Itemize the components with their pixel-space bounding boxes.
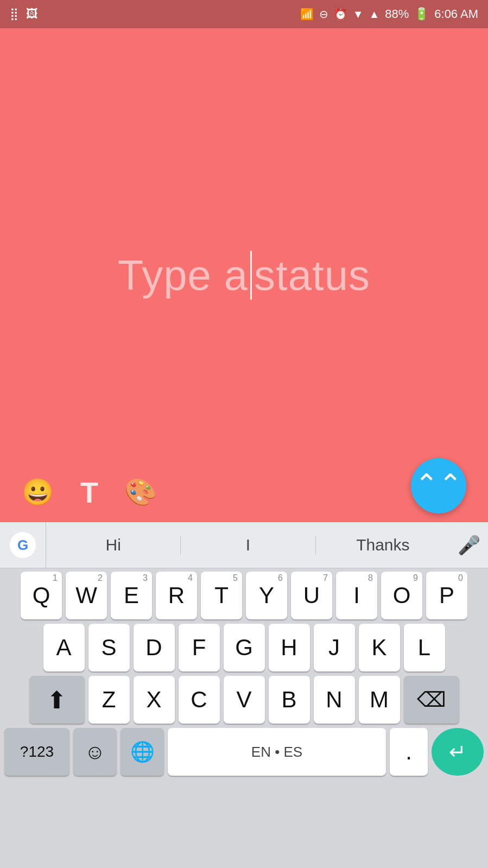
numbers-key[interactable]: ?123 — [4, 728, 69, 776]
key-r[interactable]: 4R — [156, 572, 197, 619]
keyboard-bottom-row: ?123 ☺ 🌐 EN • ES . ↵ — [0, 728, 488, 776]
globe-key[interactable]: 🌐 — [121, 728, 164, 776]
emoji-key[interactable]: ☺ — [73, 728, 117, 776]
space-key[interactable]: EN • ES — [168, 728, 386, 776]
key-u[interactable]: 7U — [291, 572, 332, 619]
minus-circle-icon: ⊖ — [319, 8, 328, 21]
key-h[interactable]: H — [269, 624, 310, 671]
numbers-label: ?123 — [20, 743, 54, 761]
key-row-2: A S D F G H J K L — [3, 624, 485, 671]
emoji-key-icon: ☺ — [85, 740, 106, 764]
key-g[interactable]: G — [224, 624, 265, 671]
status-left-icons: ⣿ 🖼 — [10, 7, 38, 21]
bluetooth-icon: 📶 — [300, 8, 314, 21]
grid-icon: ⣿ — [10, 7, 18, 21]
text-cursor — [250, 251, 252, 300]
shift-icon: ⬆ — [47, 686, 67, 714]
suggestion-i[interactable]: I — [181, 536, 315, 554]
suggestion-hi[interactable]: Hi — [46, 536, 181, 554]
key-y[interactable]: 6Y — [246, 572, 287, 619]
key-d[interactable]: D — [134, 624, 175, 671]
enter-key[interactable]: ↵ — [432, 728, 484, 776]
key-m[interactable]: M — [359, 676, 400, 724]
key-v[interactable]: V — [224, 676, 265, 724]
key-s[interactable]: S — [88, 624, 130, 671]
key-o[interactable]: 9O — [381, 572, 422, 619]
key-t[interactable]: 5T — [201, 572, 242, 619]
text-style-icon[interactable]: T — [80, 476, 98, 509]
key-n[interactable]: N — [314, 676, 355, 724]
google-logo: G — [10, 532, 36, 558]
keyboard-rows: 1Q 2W 3E 4R 5T 6Y 7U 8I 9O 0P A S D F G … — [0, 568, 488, 724]
key-b[interactable]: B — [269, 676, 310, 724]
key-f[interactable]: F — [179, 624, 220, 671]
palette-icon[interactable]: 🎨 — [124, 477, 157, 508]
placeholder-text: Type astatus — [118, 251, 370, 300]
shift-key[interactable]: ⬆ — [29, 676, 85, 724]
wifi-icon: ▼ — [353, 8, 364, 21]
time-display: 6:06 AM — [434, 7, 478, 21]
signal-icon: ▲ — [369, 8, 379, 21]
globe-icon: 🌐 — [130, 740, 155, 763]
key-row-1: 1Q 2W 3E 4R 5T 6Y 7U 8I 9O 0P — [3, 572, 485, 619]
microphone-icon[interactable]: 🎤 — [450, 522, 488, 568]
key-w[interactable]: 2W — [66, 572, 107, 619]
chevron-up-icon: ⌃⌃ — [415, 468, 462, 500]
key-x[interactable]: X — [134, 676, 175, 724]
key-z[interactable]: Z — [88, 676, 130, 724]
toolbar-icon-group: 😀 T 🎨 — [22, 476, 157, 509]
status-right-icons: 📶 ⊖ ⏰ ▼ ▲ 88% 🔋 6:06 AM — [300, 7, 478, 21]
key-k[interactable]: K — [359, 624, 400, 671]
status-input-wrapper[interactable]: Type astatus — [0, 251, 488, 300]
backspace-icon: ⌫ — [417, 688, 446, 712]
main-input-area[interactable]: Type astatus 😀 T 🎨 ⌃⌃ — [0, 28, 488, 522]
alarm-icon: ⏰ — [334, 8, 347, 21]
status-bar: ⣿ 🖼 📶 ⊖ ⏰ ▼ ▲ 88% 🔋 6:06 AM — [0, 0, 488, 28]
image-icon: 🖼 — [26, 7, 38, 21]
key-l[interactable]: L — [404, 624, 445, 671]
key-i[interactable]: 8I — [336, 572, 377, 619]
battery-icon: 🔋 — [414, 7, 429, 21]
key-p[interactable]: 0P — [426, 572, 467, 619]
key-j[interactable]: J — [314, 624, 355, 671]
keyboard-area: G Hi I Thanks 🎤 1Q 2W 3E 4R 5T 6Y 7U 8I … — [0, 522, 488, 868]
period-key[interactable]: . — [390, 728, 428, 776]
bottom-toolbar: 😀 T 🎨 ⌃⌃ — [0, 462, 488, 522]
google-logo-button[interactable]: G — [0, 522, 46, 568]
enter-icon: ↵ — [449, 740, 466, 764]
key-row-3: ⬆ Z X C V B N M ⌫ — [3, 676, 485, 724]
key-e[interactable]: 3E — [111, 572, 152, 619]
suggestion-thanks[interactable]: Thanks — [316, 536, 450, 554]
backspace-key[interactable]: ⌫ — [404, 676, 459, 724]
key-a[interactable]: A — [43, 624, 85, 671]
key-q[interactable]: 1Q — [21, 572, 62, 619]
emoji-toolbar-icon[interactable]: 😀 — [22, 477, 54, 508]
suggestion-bar: G Hi I Thanks 🎤 — [0, 522, 488, 568]
period-label: . — [405, 740, 412, 763]
space-label: EN • ES — [251, 744, 302, 761]
suggestion-items: Hi I Thanks — [46, 536, 450, 554]
key-c[interactable]: C — [179, 676, 220, 724]
fab-scroll-up-button[interactable]: ⌃⌃ — [411, 458, 466, 514]
battery-percent: 88% — [385, 7, 409, 21]
